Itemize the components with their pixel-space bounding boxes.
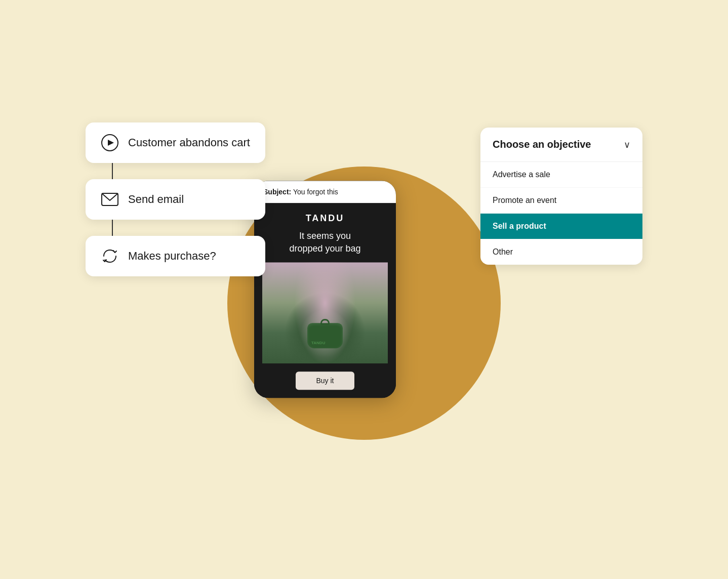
- email-icon: [101, 190, 119, 209]
- play-circle-icon: [101, 134, 119, 152]
- workflow-panel: Customer abandons cart Send email: [86, 122, 265, 276]
- workflow-card-purchase[interactable]: Makes purchase?: [86, 236, 265, 276]
- workflow-card-trigger[interactable]: Customer abandons cart: [86, 122, 265, 163]
- objective-header[interactable]: Choose an objective ∨: [480, 128, 642, 162]
- brand-name: TANDU: [262, 213, 388, 224]
- phone-body: TANDU It seems youdropped your bag TANDU: [254, 203, 396, 363]
- objective-item-other[interactable]: Other: [480, 239, 642, 265]
- objective-dropdown[interactable]: Choose an objective ∨ Advertise a sale P…: [480, 128, 642, 265]
- phone-headline: It seems youdropped your bag: [262, 230, 388, 255]
- buy-it-button[interactable]: Buy it: [296, 372, 354, 390]
- sync-icon: [101, 247, 119, 265]
- objective-item-promote-event[interactable]: Promote an event: [480, 188, 642, 214]
- phone-mockup: Subject: You forgot this TANDU It seems …: [254, 181, 396, 398]
- bag-shape: TANDU: [307, 323, 343, 349]
- objective-item-sell-product[interactable]: Sell a product: [480, 214, 642, 239]
- product-image: TANDU: [262, 263, 388, 364]
- email-subject-bar: Subject: You forgot this: [254, 181, 396, 203]
- send-email-label: Send email: [128, 193, 184, 206]
- person-background: [262, 263, 388, 364]
- connector-2: [112, 220, 113, 236]
- bag-image: TANDU: [307, 323, 343, 349]
- chevron-down-icon: ∨: [624, 139, 630, 150]
- phone-cta-section: Buy it: [254, 364, 396, 398]
- purchase-label: Makes purchase?: [128, 250, 216, 263]
- subject-label: Subject:: [263, 188, 291, 196]
- subject-text: You forgot this: [293, 188, 338, 196]
- svg-marker-1: [108, 140, 114, 146]
- svg-text:TANDU: TANDU: [311, 341, 326, 346]
- workflow-card-send-email[interactable]: Send email: [86, 179, 265, 220]
- objective-item-advertise-sale[interactable]: Advertise a sale: [480, 162, 642, 188]
- trigger-label: Customer abandons cart: [128, 136, 250, 149]
- main-scene: Customer abandons cart Send email: [86, 62, 642, 517]
- objective-title: Choose an objective: [493, 139, 591, 150]
- bag-strap: [320, 319, 330, 325]
- connector-1: [112, 163, 113, 179]
